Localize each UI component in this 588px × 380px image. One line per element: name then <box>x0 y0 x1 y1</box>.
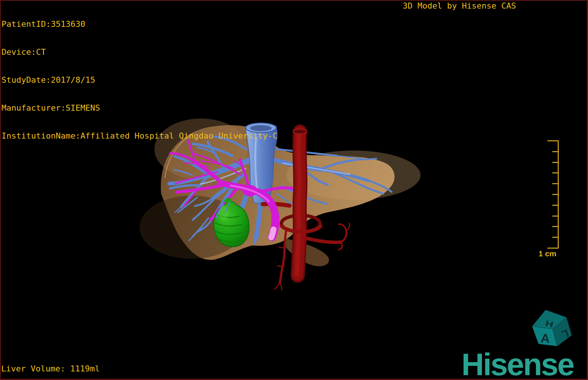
hisense-logo: Hisense <box>461 349 573 380</box>
aorta-opening <box>293 129 307 134</box>
manufacturer: Manufacturer:SIEMENS <box>1 103 278 113</box>
study-date: StudyDate:2017/8/15 <box>1 75 278 85</box>
portal-cut-tip <box>271 229 274 237</box>
liver-volume-label: Liver Volume: 1119ml <box>1 364 100 373</box>
institution-name: InstitutionName:Affiliated Hospital Qing… <box>1 131 278 140</box>
cube-letter-front: A <box>540 331 550 346</box>
scale-bar: 1 cm <box>539 140 559 258</box>
orientation-cube[interactable]: H A L <box>532 310 572 346</box>
patient-id: PatientID:3513630 <box>1 19 278 29</box>
device: Device:CT <box>1 47 278 57</box>
patient-info: PatientID:3513630 Device:CT StudyDate:20… <box>1 1 278 150</box>
scale-bar-label: 1 cm <box>539 249 556 258</box>
watermark: 3D Model by Hisense CAS <box>403 1 516 10</box>
